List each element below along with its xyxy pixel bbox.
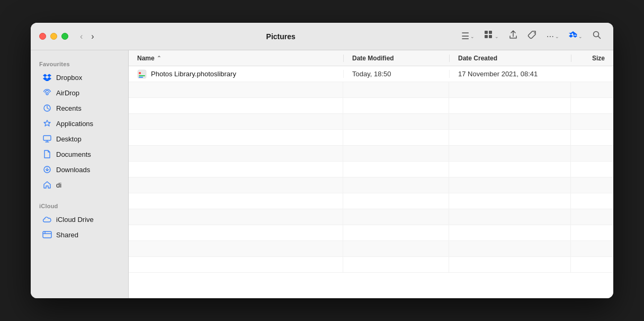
sidebar-item-shared-label: Shared — [56, 231, 78, 239]
empty-row — [129, 82, 613, 98]
empty-row — [129, 241, 613, 257]
empty-row — [129, 146, 613, 162]
back-button[interactable]: ‹ — [77, 31, 86, 42]
file-name-cell: Photos Library.photoslibrary — [129, 69, 343, 79]
icloud-label: iCloud — [31, 199, 128, 211]
airdrop-icon — [42, 88, 52, 97]
sort-icon: ⌃ — [157, 55, 161, 61]
sidebar-item-documents-label: Documents — [56, 150, 91, 158]
svg-rect-2 — [485, 35, 488, 38]
grid-view-icon — [484, 30, 494, 42]
recents-icon — [42, 103, 52, 113]
sidebar-item-applications-label: Applications — [56, 120, 93, 128]
titlebar: ‹ › Pictures ☰ ⌄ ⌄ — [31, 23, 613, 50]
minimize-button[interactable] — [50, 33, 57, 40]
documents-icon — [42, 149, 52, 159]
svg-point-6 — [46, 93, 48, 95]
empty-row — [129, 209, 613, 225]
forward-icon: › — [91, 32, 94, 41]
empty-row — [129, 193, 613, 209]
finder-window: ‹ › Pictures ☰ ⌄ ⌄ — [31, 23, 613, 298]
empty-row — [129, 130, 613, 146]
file-name: Photos Library.photoslibrary — [151, 70, 236, 78]
downloads-icon — [42, 165, 52, 174]
list-view-chevron: ⌄ — [470, 34, 475, 39]
desktop-icon — [42, 134, 52, 144]
sidebar-item-dropbox-label: Dropbox — [56, 74, 82, 82]
sidebar-item-recents[interactable]: Recents — [34, 101, 125, 115]
tag-button[interactable] — [524, 28, 540, 44]
grid-view-chevron: ⌄ — [495, 34, 499, 39]
col-date-modified-header[interactable]: Date Modified — [343, 55, 449, 62]
dropbox-sidebar-icon — [42, 73, 52, 82]
more-chevron: ⌄ — [555, 34, 559, 39]
share-icon — [508, 30, 518, 42]
close-button[interactable] — [39, 33, 46, 40]
shared-icon — [42, 230, 52, 239]
more-button[interactable]: ··· ⌄ — [543, 29, 562, 44]
dropbox-chevron: ⌄ — [578, 34, 583, 39]
svg-point-13 — [139, 72, 141, 74]
sidebar-item-desktop-label: Desktop — [56, 135, 82, 143]
empty-row — [129, 177, 613, 193]
empty-row — [129, 162, 613, 177]
sidebar-item-di[interactable]: di — [34, 177, 125, 192]
tag-icon — [527, 30, 537, 42]
sidebar-item-icloud-drive-label: iCloud Drive — [56, 216, 94, 224]
svg-rect-0 — [485, 31, 488, 34]
empty-row — [129, 98, 613, 114]
file-icon — [137, 69, 147, 79]
traffic-lights — [39, 33, 68, 40]
sidebar-item-dropbox[interactable]: Dropbox — [34, 70, 125, 85]
favourites-label: Favourites — [31, 57, 128, 69]
forward-button[interactable]: › — [88, 31, 97, 42]
svg-point-4 — [534, 32, 535, 33]
col-size-header[interactable]: Size — [571, 55, 613, 62]
window-title: Pictures — [104, 32, 458, 41]
dropbox-button[interactable]: ⌄ — [566, 29, 586, 44]
sidebar-item-airdrop[interactable]: AirDrop — [34, 85, 125, 100]
more-icon: ··· — [547, 31, 554, 42]
file-date-created: 17 November 2021, 08:41 — [449, 70, 571, 78]
svg-rect-15 — [139, 77, 143, 78]
column-headers: Name ⌃ Date Modified Date Created Size — [129, 50, 613, 66]
file-list: Photos Library.photoslibrary Today, 18:5… — [129, 66, 613, 298]
col-date-created-header[interactable]: Date Created — [449, 55, 571, 62]
svg-rect-14 — [139, 75, 145, 76]
main-content: Name ⌃ Date Modified Date Created Size — [129, 50, 613, 298]
svg-rect-3 — [489, 35, 492, 38]
sidebar-item-desktop[interactable]: Desktop — [34, 131, 125, 146]
back-icon: ‹ — [80, 32, 83, 41]
svg-rect-10 — [43, 231, 51, 238]
list-view-icon: ☰ — [461, 31, 469, 42]
empty-row — [129, 114, 613, 130]
sidebar-item-applications[interactable]: Applications — [34, 116, 125, 131]
search-button[interactable] — [589, 28, 605, 44]
sidebar-item-icloud-drive[interactable]: iCloud Drive — [34, 212, 125, 227]
share-button[interactable] — [505, 28, 521, 44]
sidebar-item-airdrop-label: AirDrop — [56, 89, 79, 97]
home-icon — [42, 180, 52, 190]
empty-row — [129, 257, 613, 273]
sidebar-item-shared[interactable]: Shared — [34, 227, 125, 242]
sidebar-item-documents[interactable]: Documents — [34, 147, 125, 162]
sidebar: Favourites Dropbox AirDrop — [31, 50, 129, 298]
sidebar-item-recents-label: Recents — [56, 104, 82, 112]
dropbox-icon — [569, 31, 577, 42]
search-icon — [592, 30, 602, 42]
svg-rect-8 — [43, 136, 51, 140]
sidebar-item-downloads[interactable]: Downloads — [34, 162, 125, 177]
col-name-header[interactable]: Name ⌃ — [129, 55, 343, 62]
grid-view-button[interactable]: ⌄ — [481, 28, 502, 44]
svg-rect-1 — [489, 31, 492, 34]
table-row[interactable]: Photos Library.photoslibrary Today, 18:5… — [129, 66, 613, 82]
maximize-button[interactable] — [61, 33, 68, 40]
sidebar-item-di-label: di — [56, 181, 61, 189]
nav-buttons: ‹ › — [77, 31, 97, 42]
empty-row — [129, 225, 613, 241]
applications-icon — [42, 119, 52, 128]
icloud-icon — [42, 215, 52, 224]
content-area: Favourites Dropbox AirDrop — [31, 50, 613, 298]
sidebar-item-downloads-label: Downloads — [56, 166, 90, 174]
list-view-button[interactable]: ☰ ⌄ — [458, 29, 478, 44]
